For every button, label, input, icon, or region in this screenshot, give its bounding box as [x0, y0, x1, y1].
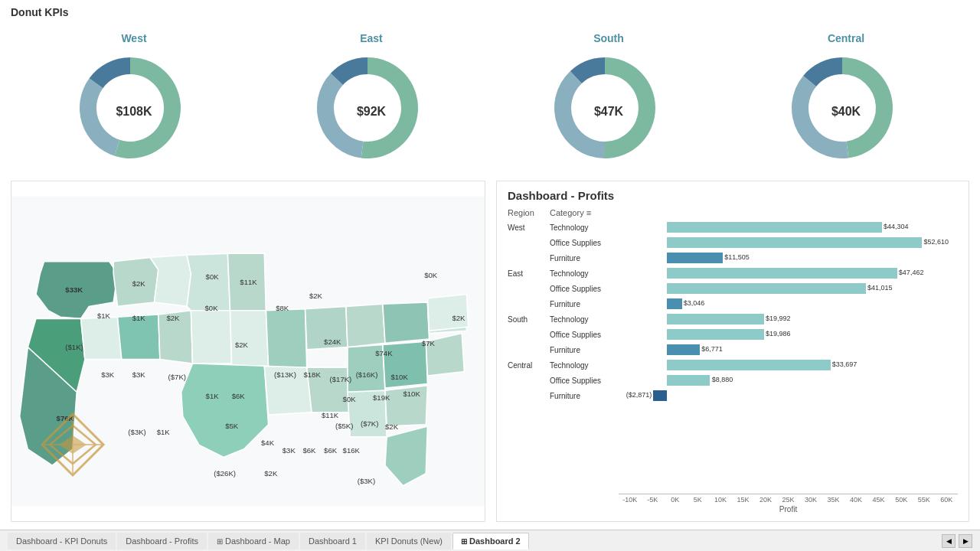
svg-text:($13K): ($13K) [274, 370, 296, 379]
bar-value-label: $11,505 [724, 253, 750, 261]
svg-text:($16K): ($16K) [356, 370, 378, 379]
chart-rows: WestTechnology$44,304Office Supplies$52,… [508, 220, 958, 491]
bar-fill [667, 268, 897, 279]
x-axis-tick: 40K [844, 496, 867, 504]
row-region-label: West [508, 223, 550, 232]
bar-row: SouthTechnology$19,992 [508, 312, 958, 326]
x-axis-tick: 55K [913, 496, 936, 504]
row-category-label: Technology [550, 269, 619, 278]
x-axis-tick: -5K [642, 496, 665, 504]
svg-text:$3K: $3K [132, 370, 146, 379]
main-container: Donut KPIs West$108KEast$92KSouth$47KCen… [0, 0, 980, 551]
bar-row: Office Supplies$8,880 [508, 373, 958, 387]
filter-icon[interactable]: ≡ [586, 208, 591, 217]
donut-chart-south: $47K [547, 51, 670, 173]
donut-title-central: Central [828, 32, 864, 44]
donut-value-west: $108K [116, 105, 152, 119]
bar-row: CentralTechnology$33,697 [508, 358, 958, 372]
x-axis-tick: 45K [867, 496, 890, 504]
x-axis-tick: 10K [709, 496, 732, 504]
row-region-label: South [508, 315, 550, 324]
tab-5[interactable]: ⊞Dashboard 2 [452, 533, 529, 549]
donut-card-central: Central$40K [750, 32, 942, 173]
svg-text:$4K: $4K [261, 439, 275, 447]
svg-text:$10K: $10K [390, 373, 408, 381]
tab-scroll-left[interactable]: ◀ [942, 534, 956, 548]
bar-area: $8,880 [619, 374, 958, 386]
bar-area: $11,505 [619, 252, 958, 264]
svg-text:($1K): ($1K) [65, 343, 83, 351]
row-category-label: Furniture [550, 300, 619, 308]
bar-value-label: $47,462 [899, 269, 924, 276]
row-region-label: Central [508, 361, 550, 370]
svg-text:$0K: $0K [205, 304, 219, 312]
bar-area: $41,015 [619, 282, 958, 295]
donut-title-east: East [360, 32, 383, 44]
svg-text:$18K: $18K [303, 370, 321, 379]
x-axis-tick: 15K [732, 496, 755, 504]
tab-3[interactable]: Dashboard 1 [300, 533, 365, 549]
bar-fill [667, 329, 763, 340]
donut-card-west: West$108K [38, 32, 230, 173]
bar-value-label: $52,610 [923, 238, 949, 246]
header-category: Category ≡ [550, 208, 619, 217]
bar-value-label: $3,046 [684, 299, 705, 307]
bar-value-label: $19,992 [766, 315, 791, 322]
svg-text:$7K: $7K [422, 339, 436, 347]
donut-chart-east: $92K [310, 51, 433, 173]
x-axis-tick: 35K [822, 496, 845, 504]
svg-text:$11K: $11K [240, 278, 257, 286]
svg-text:($7K): ($7K) [361, 419, 378, 428]
bar-row: EastTechnology$47,462 [508, 266, 958, 280]
tab-1[interactable]: Dashboard - Profits [117, 533, 207, 549]
x-axis-tick: 5K [687, 496, 710, 504]
donut-card-east: East$92K [276, 32, 467, 173]
tab-2[interactable]: ⊞Dashboard - Map [208, 533, 299, 549]
svg-text:$1K: $1K [97, 311, 111, 320]
tab-scroll-right[interactable]: ▶ [959, 534, 972, 548]
chart-header: Region Category ≡ [508, 208, 958, 217]
row-category-label: Technology [550, 223, 619, 232]
row-category-label: Office Supplies [550, 377, 619, 385]
donut-chart-west: $108K [73, 51, 195, 173]
bar-row: WestTechnology$44,304 [508, 220, 958, 234]
bar-value-label: ($2,871) [626, 391, 652, 399]
svg-text:($17K): ($17K) [330, 375, 352, 383]
tabs-bar: Dashboard - KPI DonutsDashboard - Profit… [0, 530, 980, 551]
bar-value-label: $6,771 [701, 345, 723, 353]
svg-text:$5K: $5K [225, 422, 239, 430]
svg-marker-12 [266, 309, 306, 368]
svg-text:$6K: $6K [324, 446, 338, 455]
bottom-section: $33K $2K $0K $11K $0K $0K $1K $1K $2K $8… [0, 173, 980, 530]
donut-value-east: $92K [357, 105, 386, 119]
svg-text:$6K: $6K [302, 446, 316, 455]
svg-text:$0K: $0K [206, 272, 220, 281]
tab-0[interactable]: Dashboard - KPI Donuts [8, 533, 116, 549]
donut-title-west: West [121, 32, 146, 44]
tabs-container: Dashboard - KPI DonutsDashboard - Profit… [8, 533, 529, 549]
svg-text:$2K: $2K [385, 422, 399, 431]
svg-text:$2K: $2K [132, 279, 146, 288]
svg-text:$2K: $2K [264, 469, 278, 478]
chart-title: Dashboard - Profits [508, 189, 958, 202]
x-axis-tick: 60K [935, 496, 958, 504]
row-category-label: Office Supplies [550, 285, 619, 293]
bar-area: $19,986 [619, 328, 958, 341]
bar-fill [667, 283, 866, 294]
map-container: $33K $2K $0K $11K $0K $0K $1K $1K $2K $8… [11, 181, 485, 522]
svg-marker-14 [346, 304, 385, 347]
svg-text:$0K: $0K [424, 271, 438, 279]
donuts-section: West$108KEast$92KSouth$47KCentral$40K [0, 24, 980, 173]
svg-text:$0K: $0K [343, 395, 357, 403]
svg-marker-26 [427, 294, 468, 331]
bar-area: $47,462 [619, 267, 958, 279]
donut-value-central: $40K [831, 105, 861, 119]
svg-text:$1K: $1K [132, 314, 146, 322]
row-category-label: Technology [550, 361, 619, 370]
svg-text:$2K: $2K [235, 341, 249, 349]
bar-fill-negative [653, 390, 667, 401]
tab-4[interactable]: KPI Donuts (New) [367, 533, 451, 549]
row-category-label: Furniture [550, 254, 619, 262]
svg-marker-15 [383, 302, 430, 343]
bar-fill [667, 237, 922, 248]
